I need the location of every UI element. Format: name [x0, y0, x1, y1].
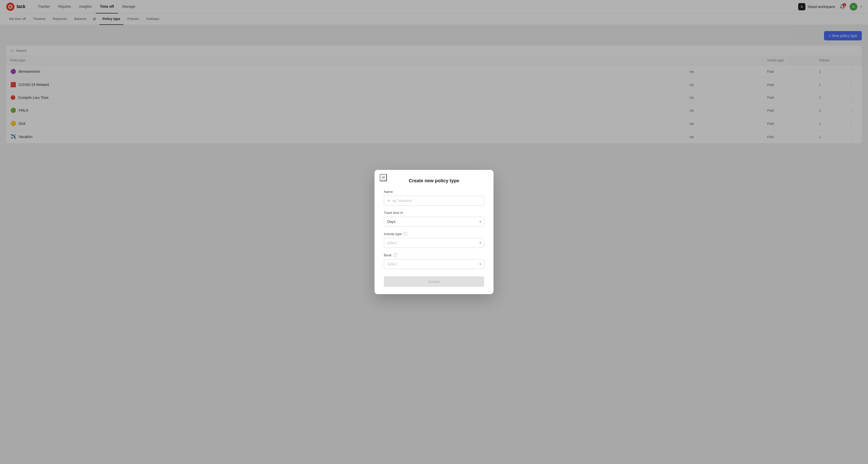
book-select-wrapper: ▾ Select	[384, 259, 484, 269]
book-label: Book ?	[384, 253, 484, 257]
book-select[interactable]	[384, 259, 484, 269]
activity-type-select-wrapper: ▾ Select	[384, 238, 484, 248]
name-input[interactable]	[392, 196, 481, 205]
activity-type-label: Activity type ?	[384, 232, 484, 236]
track-time-select[interactable]: Days Hours	[384, 217, 484, 227]
track-time-label: Track time in	[384, 211, 484, 215]
name-input-wrapper: ✈	[384, 196, 484, 206]
activity-type-select[interactable]	[384, 238, 484, 248]
track-time-form-group: Track time in Days Hours ▾	[384, 211, 484, 227]
book-help-icon[interactable]: ?	[393, 253, 397, 257]
activity-type-help-icon[interactable]: ?	[403, 232, 407, 236]
airplane-icon: ✈	[387, 199, 390, 203]
modal-overlay[interactable]: ✕ Create new policy type Name ✈ Track ti…	[0, 0, 868, 464]
modal-close-button[interactable]: ✕	[380, 174, 387, 181]
name-form-group: Name ✈	[384, 190, 484, 206]
create-button[interactable]: Create	[384, 276, 484, 287]
modal-title: Create new policy type	[384, 178, 484, 183]
track-time-select-wrapper: Days Hours ▾	[384, 217, 484, 227]
activity-type-form-group: Activity type ? ▾ Select	[384, 232, 484, 248]
create-policy-modal: ✕ Create new policy type Name ✈ Track ti…	[374, 170, 494, 294]
name-label: Name	[384, 190, 484, 194]
book-form-group: Book ? ▾ Select	[384, 253, 484, 269]
